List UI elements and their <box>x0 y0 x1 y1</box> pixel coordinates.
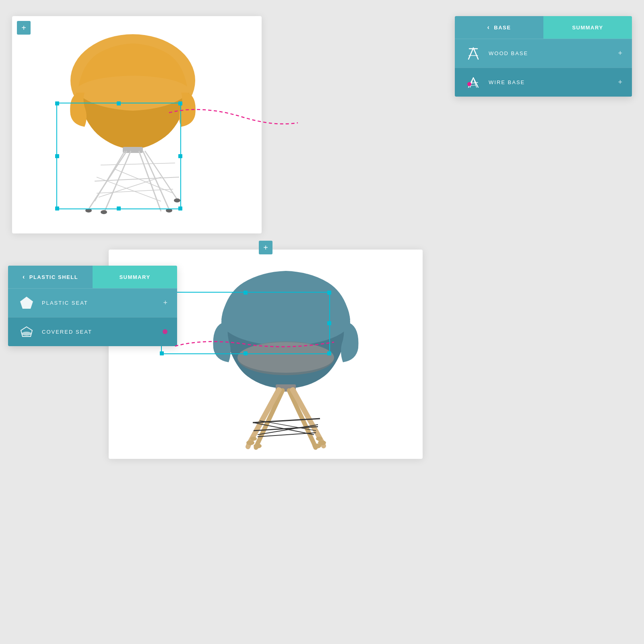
wood-base-label: WOOD BASE <box>489 50 618 56</box>
svg-point-40 <box>254 444 262 448</box>
wire-base-label: WIRE BASE <box>489 79 618 85</box>
svg-point-16 <box>166 208 172 213</box>
panel-header-top: ‹ BASE SUMMARY <box>455 16 632 39</box>
svg-point-15 <box>101 210 107 214</box>
wire-base-plus[interactable]: + <box>618 78 622 87</box>
svg-line-19 <box>473 48 478 59</box>
bottom-panel: ‹ PLASTIC SHELL SUMMARY PLASTIC SEAT + <box>8 266 177 346</box>
panel-header-bottom: ‹ PLASTIC SHELL SUMMARY <box>8 266 177 288</box>
svg-line-12 <box>115 169 173 193</box>
back-arrow-bottom-icon: ‹ <box>23 273 25 281</box>
svg-point-44 <box>316 437 322 441</box>
plastic-seat-label: PLASTIC SEAT <box>42 300 163 306</box>
plus-button-top[interactable]: + <box>17 21 31 35</box>
tab-plastic-shell-label: PLASTIC SHELL <box>29 274 78 280</box>
wood-base-plus[interactable]: + <box>618 49 622 58</box>
svg-point-43 <box>250 437 257 441</box>
tab-base[interactable]: ‹ BASE <box>455 16 543 39</box>
covered-seat-icon <box>18 323 35 341</box>
svg-point-14 <box>85 208 92 213</box>
svg-line-4 <box>143 151 169 209</box>
svg-point-28 <box>467 82 471 86</box>
wire-base-row[interactable]: WIRE BASE + <box>455 68 632 97</box>
wood-base-row[interactable]: WOOD BASE + <box>455 39 632 68</box>
svg-line-5 <box>139 151 161 211</box>
svg-point-39 <box>246 440 254 445</box>
covered-seat-row[interactable]: COVERED SEAT <box>8 317 177 346</box>
svg-point-45 <box>22 332 31 336</box>
svg-line-18 <box>469 48 473 59</box>
svg-point-17 <box>174 198 180 202</box>
wood-base-icon <box>464 45 482 62</box>
teal-chair-image <box>173 258 398 455</box>
tab-summary-top-label: SUMMARY <box>572 25 603 31</box>
svg-point-31 <box>237 342 334 373</box>
plastic-seat-plus[interactable]: + <box>163 299 167 307</box>
top-panel: ‹ BASE SUMMARY WOOD BASE + <box>455 16 632 97</box>
yellow-chair-image <box>36 28 237 221</box>
tab-summary-bottom[interactable]: SUMMARY <box>93 266 177 288</box>
tab-summary-bottom-label: SUMMARY <box>119 274 150 280</box>
tab-plastic-shell[interactable]: ‹ PLASTIC SHELL <box>8 266 93 288</box>
svg-point-42 <box>313 444 321 448</box>
plastic-seat-row[interactable]: PLASTIC SEAT + <box>8 288 177 317</box>
svg-line-8 <box>95 177 179 181</box>
wire-base-icon <box>464 74 482 91</box>
svg-line-10 <box>101 163 175 165</box>
covered-seat-plus[interactable] <box>160 328 167 336</box>
top-card: + <box>12 16 262 233</box>
main-container: + <box>0 0 644 644</box>
plus-button-bottom[interactable]: + <box>259 241 272 254</box>
tab-base-label: BASE <box>494 25 511 31</box>
svg-line-3 <box>105 151 131 211</box>
svg-point-46 <box>163 329 167 334</box>
handle-bbl[interactable] <box>160 351 164 355</box>
covered-seat-label: COVERED SEAT <box>42 329 160 335</box>
tab-summary-top[interactable]: SUMMARY <box>543 16 632 39</box>
plastic-seat-icon <box>18 294 35 312</box>
svg-line-11 <box>97 177 161 201</box>
back-arrow-icon: ‹ <box>487 24 490 31</box>
